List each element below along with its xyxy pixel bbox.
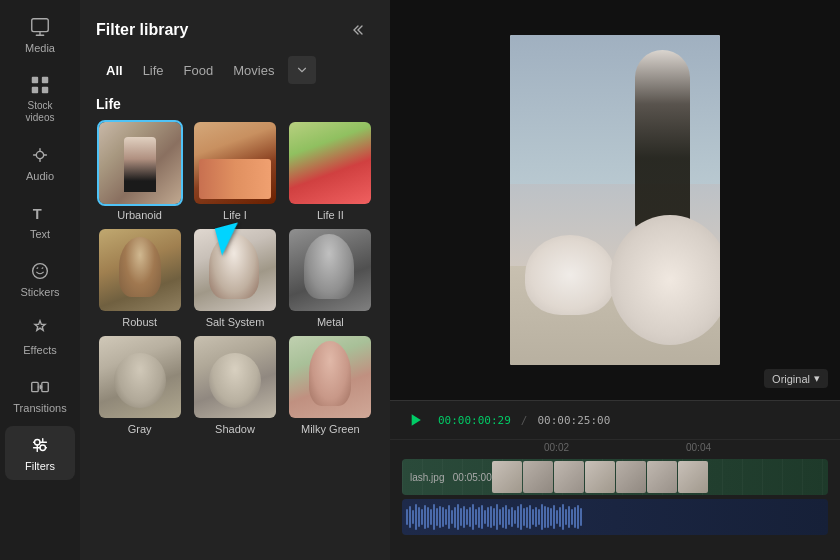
svg-rect-9 [42,382,48,391]
sidebar-item-filters[interactable]: Filters [5,426,75,480]
filter-thumb-salt [194,229,276,311]
section-title-life: Life [96,96,374,112]
sidebar-item-effects[interactable]: Effects [5,310,75,364]
filter-label-robust: Robust [122,316,157,328]
svg-rect-3 [32,87,38,93]
filter-label-life2: Life II [317,209,344,221]
stickers-icon [29,260,51,282]
sidebar-item-text[interactable]: T Text [5,194,75,248]
tab-movies[interactable]: Movies [223,59,284,82]
sidebar-item-label: Stickers [20,286,59,298]
sidebar-item-label: Text [30,228,50,240]
filter-thumb-gray [99,336,181,418]
preview-image [510,35,720,365]
filter-grid-life: Urbanoid Life I Life II Robust Salt Syst… [96,122,374,435]
timeline-ruler: 00:02 00:04 [390,440,840,455]
effects-icon [29,318,51,340]
svg-rect-2 [42,77,48,83]
sidebar-item-label: Transitions [13,402,66,414]
svg-point-7 [33,264,48,279]
panel-header: Filter library [80,0,390,56]
tab-food[interactable]: Food [174,59,224,82]
tabs-bar: All Life Food Movies [80,56,390,96]
play-icon [405,410,425,430]
filter-thumb-robust [99,229,181,311]
video-track-label: lash.jpg 00:05:00 [402,472,500,483]
tab-more-button[interactable] [288,56,316,84]
panel-collapse-button[interactable] [346,16,374,44]
sidebar-item-label: Stockvideos [26,100,55,124]
svg-rect-8 [32,382,38,391]
svg-point-11 [40,445,46,451]
filter-thumb-milky [289,336,371,418]
original-label: Original [772,373,810,385]
panel-title: Filter library [96,21,188,39]
svg-point-5 [36,151,43,158]
svg-rect-4 [42,87,48,93]
sidebar-item-label: Effects [23,344,56,356]
tab-all[interactable]: All [96,59,133,82]
filter-label-urbanoid: Urbanoid [117,209,162,221]
filter-content: Life Urbanoid Life I Life II Robust Salt… [80,96,390,560]
sidebar-item-media[interactable]: Media [5,8,75,62]
transitions-icon [29,376,51,398]
sidebar-item-stickers[interactable]: Stickers [5,252,75,306]
preview-area: Original ▾ [390,0,840,400]
chevron-down-icon [295,63,309,77]
filter-item-urbanoid[interactable]: Urbanoid [96,122,183,221]
svg-rect-1 [32,77,38,83]
filter-item-shadow[interactable]: Shadow [191,336,278,435]
media-icon [29,16,51,38]
audio-track[interactable] [402,499,828,535]
sidebar-item-transitions[interactable]: Transitions [5,368,75,422]
timeline-area: 00:00:00:29 / 00:00:25:00 00:02 00:04 la… [390,400,840,560]
play-button[interactable] [402,407,428,433]
svg-rect-0 [32,19,49,32]
collapse-icon [352,22,368,38]
filter-panel: Filter library All Life Food Movies Life… [80,0,390,560]
filter-item-metal[interactable]: Metal [287,229,374,328]
filter-thumb-metal [289,229,371,311]
sidebar-item-label: Media [25,42,55,54]
audio-icon [29,144,51,166]
filter-item-salt[interactable]: Salt System [191,229,278,328]
filter-label-life1: Life I [223,209,247,221]
original-chevron: ▾ [814,372,820,385]
filter-thumb-life1 [194,122,276,204]
filter-item-robust[interactable]: Robust [96,229,183,328]
filter-label-milky: Milky Green [301,423,360,435]
filters-icon [29,434,51,456]
filter-label-shadow: Shadow [215,423,255,435]
video-track[interactable]: lash.jpg 00:05:00 [402,459,828,495]
filter-item-milky[interactable]: Milky Green [287,336,374,435]
filter-label-metal: Metal [317,316,344,328]
filter-label-gray: Gray [128,423,152,435]
timeline-controls: 00:00:00:29 / 00:00:25:00 [390,401,840,440]
filter-item-gray[interactable]: Gray [96,336,183,435]
ruler-mark-2: 00:04 [686,442,828,453]
text-icon: T [29,202,51,224]
audio-bars [402,503,828,531]
right-section: Original ▾ 00:00:00:29 / 00:00:25:00 00:… [390,0,840,560]
sidebar-item-label: Audio [26,170,54,182]
svg-point-10 [35,440,41,446]
sidebar: Media Stockvideos Audio T Text Stickers … [0,0,80,560]
current-time: 00:00:00:29 [438,414,511,427]
stock-icon [29,74,51,96]
filter-thumb-urbanoid [99,122,181,204]
filter-item-life1[interactable]: Life I [191,122,278,221]
tab-life[interactable]: Life [133,59,174,82]
sidebar-item-audio[interactable]: Audio [5,136,75,190]
ruler-mark-1: 00:02 [544,442,686,453]
original-badge[interactable]: Original ▾ [764,369,828,388]
total-time: 00:00:25:00 [537,414,610,427]
timeline-tracks: lash.jpg 00:05:00 [390,455,840,560]
filter-label-salt: Salt System [206,316,265,328]
filter-thumb-shadow [194,336,276,418]
filter-item-life2[interactable]: Life II [287,122,374,221]
svg-text:T: T [33,206,42,222]
sidebar-item-label: Filters [25,460,55,472]
sidebar-item-stock[interactable]: Stockvideos [5,66,75,132]
filter-thumb-life2 [289,122,371,204]
